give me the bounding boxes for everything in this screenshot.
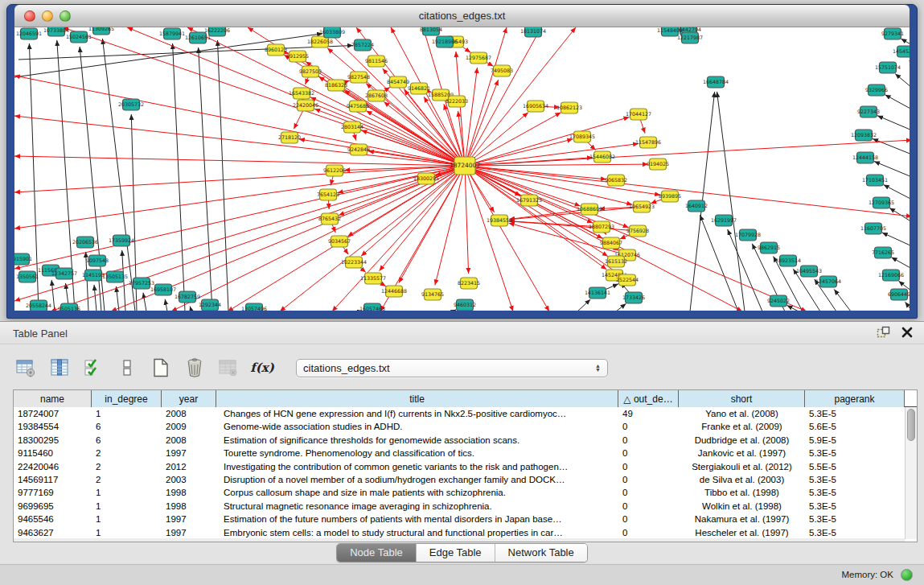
close-panel-icon[interactable] [901,327,913,341]
network-node[interactable]: 11547896 [635,137,661,148]
network-node[interactable]: 9884067 [600,237,622,249]
tab-edge-table[interactable]: Edge Table [417,544,495,562]
table-row[interactable]: 911546021997Tourette syndrome. Phenomeno… [14,447,905,459]
network-node[interactable]: 11309265 [88,27,114,35]
network-graph[interactable]: 1872400789601238912955182260589827503165… [14,27,910,311]
network-node[interactable]: 9827548 [347,72,370,83]
network-node[interactable]: 6906449 [888,289,910,300]
network-node[interactable]: 9756928 [626,225,649,237]
network-node[interactable]: 9097548 [86,255,109,266]
network-node[interactable]: 9460312 [454,299,476,311]
network-node[interactable]: 12610651 [185,32,211,43]
network-node[interactable]: 9146821 [408,83,430,94]
column-header-name[interactable]: name [14,390,92,407]
network-node[interactable]: 18724007 [450,157,480,175]
network-node[interactable]: 7495083 [491,65,513,76]
network-node[interactable]: 2718120 [278,132,301,143]
float-panel-icon[interactable] [877,326,890,342]
network-node[interactable]: 17089345 [569,131,595,142]
network-node[interactable]: 9475685 [347,101,369,112]
network-node[interactable]: 19384554 [487,215,512,226]
network-canvas[interactable]: 1872400789601238912955182260589827503165… [14,27,910,311]
network-node[interactable]: 16057465 [359,303,385,311]
network-node[interactable]: 17359924 [109,235,134,246]
network-node[interactable]: 12457064 [815,276,841,287]
scrollbar-thumb[interactable] [907,409,915,441]
network-node[interactable]: 9827503 [299,66,322,77]
network-node[interactable]: 10223344 [341,257,367,268]
network-node[interactable]: 9245022 [767,295,790,307]
new-file-icon[interactable] [150,356,172,379]
network-node[interactable]: 13057496 [241,303,267,311]
network-node[interactable]: 15024561 [66,31,92,43]
network-node[interactable]: 22420046 [293,100,318,111]
network-node[interactable]: 7716265 [872,247,894,258]
table-row[interactable]: 1938455462009Genome-wide association stu… [14,420,905,433]
table-row[interactable]: 1872400712008Changes of HCN gene express… [14,407,905,420]
network-node[interactable]: 8939895 [659,191,681,202]
network-node[interactable]: 14545283 [893,46,910,57]
network-node[interactable]: 1145193 [82,270,105,281]
network-node[interactable]: 2522544 [616,274,639,286]
network-node[interactable]: 10862123 [556,102,582,113]
table-row[interactable]: 977716911998Corpus callosum shape and si… [14,486,905,499]
network-node[interactable]: 9134765 [421,289,444,300]
column-header-year[interactable]: year [162,390,216,407]
network-node[interactable]: 9242848 [347,144,370,155]
network-node[interactable]: 1292344 [199,299,221,311]
network-node[interactable]: 16782759 [175,291,200,303]
tab-network-table[interactable]: Network Table [495,544,587,562]
network-node[interactable]: 12446688 [381,286,407,297]
network-node[interactable]: 8223415 [458,278,480,289]
network-node[interactable]: 9612206 [323,165,346,176]
network-node[interactable]: 17079928 [735,229,761,241]
table-settings-icon[interactable] [14,356,37,379]
network-node[interactable]: 18131074 [520,27,546,37]
table-row[interactable]: 946362711997Embryonic stem cells: a mode… [14,526,905,539]
network-node[interactable]: 15879941 [159,28,185,39]
column-header-out_de[interactable]: △ out_de… [618,390,679,407]
column-header-pagerank[interactable]: pagerank [805,390,905,407]
table-row[interactable]: 946554611997Estimation of the future num… [14,513,905,525]
network-node[interactable]: 11335577 [360,273,386,284]
network-node[interactable]: 18923514 [775,255,801,266]
network-node[interactable]: 8813054 [420,27,442,35]
row-check-icon[interactable] [82,356,105,379]
network-node[interactable]: 15446082 [589,151,615,163]
network-node[interactable]: 1615132 [605,256,627,267]
network-node[interactable]: 7857224 [351,39,374,51]
column-header-title[interactable]: title [216,390,618,407]
network-node[interactable]: 20206536 [72,237,98,248]
network-node[interactable]: 17044127 [626,109,651,120]
network-node[interactable]: 9505136 [58,303,80,311]
tab-node-table[interactable]: Node Table [337,544,417,562]
function-builder-icon[interactable]: f(x) [251,356,273,379]
network-node[interactable]: 8912955 [286,51,309,62]
network-node[interactable]: 15751074 [875,62,901,73]
column-header-in_degree[interactable]: in_degree [92,390,162,407]
network-node[interactable]: 16905634 [523,101,548,112]
delete-trash-icon[interactable] [183,356,206,379]
network-node[interactable]: 7654123 [317,189,339,200]
table-row[interactable]: 1456911722003Disruption of a novel membe… [14,473,905,486]
network-node[interactable]: 8765432 [318,213,341,225]
table-horizontal-scrollbar[interactable] [14,538,905,542]
network-node[interactable]: 19654923 [629,201,655,212]
network-node[interactable]: 17103451 [862,175,888,186]
network-node[interactable]: 12169066 [878,270,904,281]
network-node[interactable]: 1640912 [685,200,708,212]
network-node[interactable]: 2803144 [341,122,363,133]
network-node[interactable]: 8454749 [387,76,409,88]
network-node[interactable]: 12046591 [16,28,42,39]
column-settings-icon[interactable] [48,356,71,379]
network-node[interactable]: 12709365 [869,197,894,208]
network-node[interactable]: 9065832 [605,175,627,186]
network-node[interactable]: 20558244 [26,300,51,311]
column-header-short[interactable]: short [679,390,805,407]
table-vertical-scrollbar[interactable] [905,407,917,539]
network-node[interactable]: 16648784 [703,76,729,88]
network-node[interactable]: 9862915 [758,242,780,253]
network-node[interactable]: 8960123 [265,44,287,56]
network-node[interactable]: 3915901 [14,253,32,265]
network-node[interactable]: 1350561 [16,271,39,282]
